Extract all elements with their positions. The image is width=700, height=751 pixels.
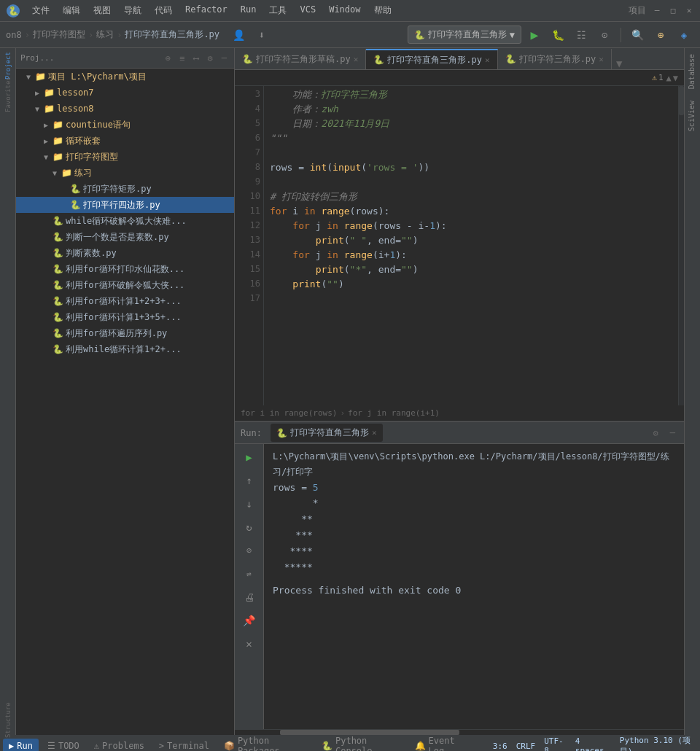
- run-print[interactable]: 🖨: [239, 587, 260, 607]
- tree-item-prime[interactable]: ▶ 🐍 判断一个数是否是素数.py: [16, 229, 234, 245]
- search-button[interactable]: 🔍: [627, 25, 648, 45]
- tree-item-while-sum[interactable]: ▶ 🐍 利用while循环计算1+2+...: [16, 341, 234, 357]
- tool-problems-icon: ⚠: [94, 741, 99, 751]
- bottom-tool-packages[interactable]: 📦 Python Packages: [218, 734, 313, 751]
- run-rerun[interactable]: ↻: [239, 517, 260, 537]
- run-tab-close[interactable]: ✕: [372, 428, 377, 437]
- tree-item-sum2[interactable]: ▶ 🐍 利用for循环计算1+3+5+...: [16, 309, 234, 325]
- code-text: (: [327, 160, 332, 176]
- tab-2[interactable]: 🐍 打印字符三角形.py ✕: [498, 49, 612, 69]
- panel-settings[interactable]: ⚙: [205, 52, 216, 65]
- tree-item-narcissus[interactable]: ▶ 🐍 利用for循环打印水仙花数...: [16, 261, 234, 277]
- warning-count: 1: [658, 73, 664, 82]
- tree-item-lesson8[interactable]: ▼ 📁 lesson8: [16, 101, 234, 117]
- menu-vcs[interactable]: VCS: [294, 3, 322, 18]
- bottom-tool-terminal[interactable]: > Terminal: [153, 739, 215, 751]
- tab-bar: 🐍 打印字符三角形草稿.py ✕ 🐍 打印字符直角三角形.py ✕ 🐍 打印字符…: [235, 48, 684, 70]
- code-editor[interactable]: 功能：打印字符三角形 作者：zwh 日期：2021年11月9日 """: [264, 86, 678, 405]
- tab-2-close[interactable]: ✕: [599, 55, 604, 64]
- bottom-tool-eventlog[interactable]: 🔔 Event Log: [409, 734, 475, 751]
- code-text: ):: [435, 219, 447, 234]
- bottom-tool-run[interactable]: ▶ Run: [3, 739, 39, 751]
- tree-item-sum1[interactable]: ▶ 🐍 利用for循环计算1+2+3+...: [16, 293, 234, 309]
- status-linesep[interactable]: CRLF: [516, 742, 536, 751]
- run-button[interactable]: ▶: [524, 25, 545, 45]
- warning-nav-up[interactable]: ▲: [666, 73, 672, 83]
- tab-0[interactable]: 🐍 打印字符三角形草稿.py ✕: [235, 49, 366, 69]
- tree-item-prime2[interactable]: ▶ 🐍 判断素数.py: [16, 245, 234, 261]
- breadcrumb-item-2[interactable]: 练习: [96, 28, 114, 41]
- profile-button[interactable]: ⊙: [594, 25, 615, 45]
- run-config-button[interactable]: 🐍 打印字符直角三角形 ▼: [408, 26, 521, 44]
- update-button[interactable]: ◈: [674, 25, 694, 45]
- minimap-thumb[interactable]: [679, 86, 684, 115]
- tree-item-loop[interactable]: ▶ 📁 循环嵌套: [16, 133, 234, 149]
- tree-item-parallelogram[interactable]: ▶ 🐍 打印平行四边形.py: [16, 197, 234, 213]
- status-python[interactable]: Python 3.10 (项目): [620, 735, 697, 751]
- run-scroll-down[interactable]: ↓: [239, 494, 260, 514]
- sidebar-structure-icon[interactable]: Structure: [1, 706, 15, 735]
- menu-window[interactable]: Window: [323, 3, 366, 18]
- menu-refactor[interactable]: Refactor: [179, 3, 233, 18]
- panel-icon-1[interactable]: ⊕: [163, 52, 174, 65]
- tree-item-while[interactable]: ▶ 🐍 while循环破解令狐大侠难...: [16, 213, 234, 229]
- bottom-collapse[interactable]: ─: [667, 427, 678, 440]
- tree-item-rect[interactable]: ▶ 🐍 打印字符矩形.py: [16, 181, 234, 197]
- status-indent[interactable]: 4 spaces: [575, 736, 611, 751]
- sidebar-favorites-icon[interactable]: Favorites: [1, 80, 15, 109]
- bottom-settings[interactable]: ⚙: [650, 427, 661, 440]
- bottom-tool-todo[interactable]: ☰ TODO: [42, 739, 85, 751]
- run-close2[interactable]: ✕: [239, 634, 260, 654]
- close-button[interactable]: ✕: [684, 6, 694, 16]
- menu-code[interactable]: 代码: [149, 3, 178, 18]
- tree-item-print[interactable]: ▼ 📁 打印字符图型: [16, 149, 234, 165]
- bottom-tab-run[interactable]: 🐍 打印字符直角三角形 ✕: [271, 424, 383, 442]
- breadcrumb-file[interactable]: 打印字符直角三角形.py: [125, 28, 219, 41]
- tab-0-close[interactable]: ✕: [354, 55, 359, 64]
- run-play-icon[interactable]: ▶: [239, 447, 260, 467]
- bottom-tool-problems[interactable]: ⚠ Problems: [88, 739, 150, 751]
- panel-icon-2[interactable]: ≡: [176, 52, 187, 65]
- menu-tools[interactable]: 工具: [263, 3, 292, 18]
- run-scroll-up[interactable]: ↑: [239, 470, 260, 491]
- para-label: 打印平行四边形.py: [83, 199, 160, 211]
- run-stop-scroll[interactable]: ⊘: [239, 540, 260, 561]
- menu-view[interactable]: 视图: [88, 3, 117, 18]
- settings-button[interactable]: ⊕: [650, 25, 671, 45]
- sidebar-project-icon[interactable]: Project: [1, 51, 15, 80]
- run-wrap[interactable]: ⇌: [239, 564, 260, 584]
- tree-item-countinue[interactable]: ▶ 📁 countinue语句: [16, 117, 234, 133]
- tree-item-lesson7[interactable]: ▶ 📁 lesson7: [16, 85, 234, 101]
- breadcrumb-item-0[interactable]: on8: [6, 30, 22, 40]
- toolbar-icon-1[interactable]: ⬇: [252, 25, 272, 45]
- coverage-button[interactable]: ☷: [571, 25, 591, 45]
- tab-1-close[interactable]: ✕: [485, 55, 490, 65]
- menu-navigate[interactable]: 导航: [118, 3, 147, 18]
- menu-file[interactable]: 文件: [26, 3, 55, 18]
- exercise-arrow: ▼: [50, 169, 59, 177]
- status-position[interactable]: 3:6: [493, 742, 508, 751]
- tree-item-crack[interactable]: ▶ 🐍 利用for循环破解令狐大侠...: [16, 277, 234, 293]
- panel-icon-3[interactable]: ⟷: [190, 52, 201, 65]
- maximize-button[interactable]: □: [668, 6, 678, 16]
- panel-collapse[interactable]: ─: [219, 52, 230, 65]
- warning-nav-down[interactable]: ▼: [673, 73, 678, 83]
- code-text: in: [304, 204, 321, 219]
- tab-overflow[interactable]: ▼: [612, 58, 626, 69]
- menu-edit[interactable]: 编辑: [57, 3, 86, 18]
- right-panel-sciview[interactable]: SciView: [685, 95, 700, 137]
- tab-1[interactable]: 🐍 打印字符直角三角形.py ✕: [366, 49, 497, 69]
- git-user-button[interactable]: 👤: [228, 25, 249, 45]
- menu-run[interactable]: Run: [235, 3, 262, 18]
- tree-item-exercise[interactable]: ▼ 📁 练习: [16, 165, 234, 181]
- tree-root[interactable]: ▼ 📁 项目 L:\Pycharm\项目: [16, 69, 234, 85]
- run-pin[interactable]: 📌: [239, 610, 260, 631]
- bottom-tool-console[interactable]: 🐍 Python Console: [316, 734, 406, 751]
- menu-help[interactable]: 帮助: [368, 3, 397, 18]
- breadcrumb-item-1[interactable]: 打印字符图型: [33, 28, 85, 41]
- minimize-button[interactable]: ─: [652, 6, 662, 16]
- right-panel-database[interactable]: Database: [685, 48, 700, 95]
- tree-item-iter[interactable]: ▶ 🐍 利用for循环遍历序列.py: [16, 325, 234, 341]
- debug-button[interactable]: 🐛: [548, 25, 568, 45]
- status-encoding[interactable]: UTF-8: [544, 736, 567, 751]
